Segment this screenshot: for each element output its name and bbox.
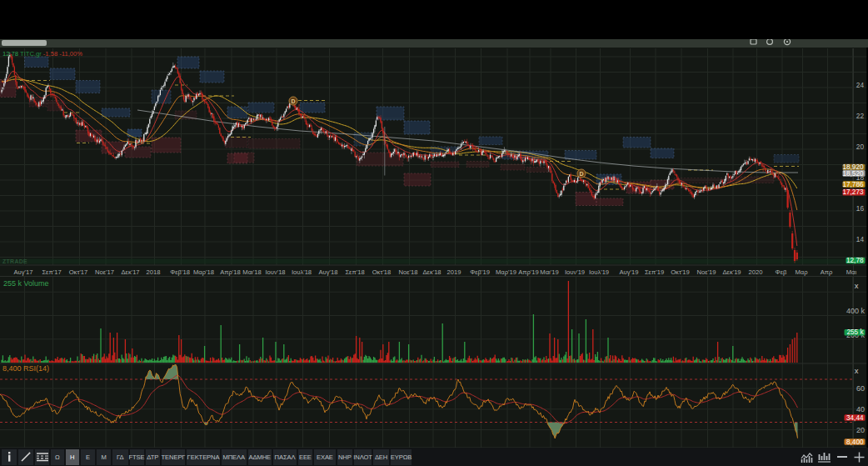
svg-text:Οκτ'19: Οκτ'19 [671,268,690,276]
svg-text:2020: 2020 [749,268,763,276]
svg-text:Νοε'17: Νοε'17 [95,268,114,276]
svg-text:18,520: 18,520 [842,170,863,178]
svg-text:60: 60 [856,384,865,393]
svg-text:17,786: 17,786 [842,181,863,188]
svg-text:Απρ: Απρ [821,268,833,276]
svg-text:Σεπ'17: Σεπ'17 [42,268,61,276]
svg-text:8,400 RSI(14): 8,400 RSI(14) [2,364,49,373]
svg-text:Φεβ'18: Φεβ'18 [170,268,190,276]
svg-text:Δεκ'17: Δεκ'17 [121,268,139,276]
svg-text:Απρ'18: Απρ'18 [220,268,241,276]
svg-text:Ιουν'19: Ιουν'19 [565,268,585,276]
svg-text:16: 16 [856,204,865,213]
svg-text:22: 22 [856,112,865,120]
svg-text:Μαρ'18: Μαρ'18 [193,268,214,276]
svg-text:ZTRADE: ZTRADE [2,258,27,264]
svg-text:24: 24 [856,81,865,89]
svg-text:Δεκ'18: Δεκ'18 [422,268,441,276]
svg-text:Οκτ'18: Οκτ'18 [372,268,392,276]
svg-text:17,273: 17,273 [842,188,863,196]
svg-text:Απρ'19: Απρ'19 [518,268,539,276]
svg-text:400 k: 400 k [846,307,866,315]
svg-text:Φεβ: Φεβ [776,268,787,276]
svg-text:Νοε'19: Νοε'19 [697,268,716,276]
svg-text:Μαι'19: Μαι'19 [540,268,558,276]
svg-text:x: x [855,366,859,375]
svg-text:Μαρ: Μαρ [795,268,808,276]
svg-text:34,44: 34,44 [846,414,864,422]
svg-text:Σεπ'19: Σεπ'19 [645,268,664,276]
svg-text:8,400: 8,400 [846,438,864,446]
svg-text:Δεκ'19: Δεκ'19 [722,268,741,276]
svg-text:x: x [855,281,859,290]
svg-text:Μαι'18: Μαι'18 [242,268,261,276]
svg-text:Ιουν'18: Ιουν'18 [265,268,285,276]
svg-text:20: 20 [856,426,865,434]
svg-text:Ιουλ'18: Ιουλ'18 [292,268,312,276]
svg-text:Φεβ'19: Φεβ'19 [470,268,490,276]
svg-text:14: 14 [856,235,865,243]
svg-text:2019: 2019 [447,268,461,276]
svg-text:Αυγ'18: Αυγ'18 [319,268,338,276]
svg-text:Αυγ'19: Αυγ'19 [620,268,639,276]
svg-text:Σεπ'18: Σεπ'18 [345,268,364,276]
svg-text:2018: 2018 [147,268,161,276]
svg-text:Ιουλ'19: Ιουλ'19 [589,268,609,276]
svg-text:40: 40 [856,405,865,413]
svg-text:D: D [579,171,583,177]
svg-text:20: 20 [856,143,865,151]
svg-text:Αυγ'17: Αυγ'17 [14,268,33,276]
svg-text:Μαι: Μαι [846,268,857,276]
svg-text:255 k Volume: 255 k Volume [3,279,49,288]
svg-text:255 k: 255 k [846,328,864,336]
svg-text:Νοε'18: Νοε'18 [399,268,418,276]
svg-text:12,78 TITC.gr -1,58 -11,00%: 12,78 TITC.gr -1,58 -11,00% [2,50,82,58]
svg-text:12,78: 12,78 [846,257,864,264]
svg-text:Οκτ'17: Οκτ'17 [69,268,88,276]
svg-text:D: D [291,98,295,104]
svg-text:Μαρ'19: Μαρ'19 [496,268,516,276]
